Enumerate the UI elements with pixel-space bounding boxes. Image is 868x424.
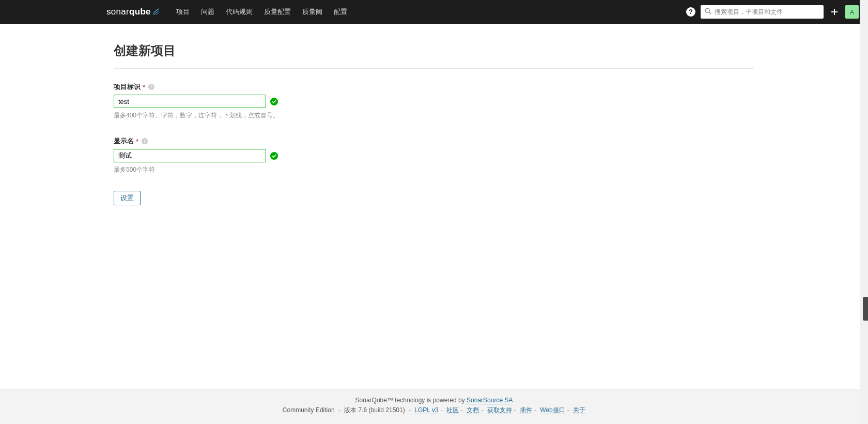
field-display-name: 显示名* ? 最多500个字符 <box>114 137 754 174</box>
display-name-label-text: 显示名 <box>114 137 134 146</box>
footer-link-community[interactable]: 社区 <box>446 406 459 414</box>
help-hint-icon[interactable]: ? <box>142 138 148 144</box>
create-button[interactable] <box>829 6 840 18</box>
global-search[interactable] <box>701 5 824 19</box>
sonarqube-logo[interactable]: sonarqube <box>106 7 160 17</box>
footer-version: 版本 7.6 (build 21501) <box>344 406 405 414</box>
footer-link-webapi[interactable]: Web接口 <box>540 406 565 414</box>
search-input[interactable] <box>715 8 819 16</box>
side-gadget[interactable] <box>863 297 868 321</box>
primary-menu: 项目 问题 代码规则 质量配置 质量阈 配置 <box>171 0 353 24</box>
required-marker: * <box>143 83 145 91</box>
footer-link-about[interactable]: 关于 <box>573 406 585 414</box>
svg-point-0 <box>705 8 709 12</box>
search-icon <box>705 8 711 16</box>
scrollbar[interactable] <box>860 0 868 424</box>
footer-powered-text: SonarQube™ technology is powered by <box>355 397 467 404</box>
display-name-help: 最多500个字符 <box>114 165 754 174</box>
logo-prefix: sonar <box>106 7 129 17</box>
help-icon[interactable]: ? <box>686 7 695 17</box>
main-navbar: sonarqube 项目 问题 代码规则 质量配置 质量阈 配置 ? A <box>0 0 868 24</box>
valid-check-icon <box>270 98 278 105</box>
footer-link-license[interactable]: LGPL v3 <box>414 406 438 414</box>
project-key-input[interactable] <box>114 95 266 108</box>
nav-issues[interactable]: 问题 <box>195 0 220 24</box>
page-title: 创建新项目 <box>114 42 754 59</box>
display-name-label: 显示名* ? <box>114 137 754 146</box>
valid-check-icon <box>270 152 278 160</box>
footer-sep: - <box>338 406 340 414</box>
footer-link-support[interactable]: 获取支持 <box>487 406 512 414</box>
svg-line-1 <box>709 12 711 14</box>
help-hint-icon[interactable]: ? <box>148 84 154 90</box>
nav-rules[interactable]: 代码规则 <box>220 0 258 24</box>
setup-button[interactable]: 设置 <box>114 191 141 205</box>
logo-suffix: qube <box>129 7 151 17</box>
footer-edition: Community Edition <box>283 406 335 414</box>
footer-link-docs[interactable]: 文档 <box>467 406 479 414</box>
nav-projects[interactable]: 项目 <box>171 0 195 24</box>
footer-sonarsource-link[interactable]: SonarSource SA <box>467 397 513 404</box>
project-key-help: 最多400个字符。字符，数字，连字符，下划线，点或冒号。 <box>114 111 754 120</box>
nav-quality-profiles[interactable]: 质量配置 <box>258 0 297 24</box>
project-key-label: 项目标识* ? <box>114 82 754 92</box>
footer-sep: - <box>409 406 411 414</box>
required-marker: * <box>136 138 138 145</box>
footer-link-plugins[interactable]: 插件 <box>520 406 532 414</box>
page-divider <box>114 68 754 69</box>
nav-quality-gates[interactable]: 质量阈 <box>297 0 328 24</box>
display-name-input[interactable] <box>114 149 266 162</box>
project-key-label-text: 项目标识 <box>114 82 141 92</box>
logo-wave-icon <box>152 8 160 16</box>
footer: SonarQube™ technology is powered by Sona… <box>0 389 868 424</box>
nav-admin[interactable]: 配置 <box>328 0 353 24</box>
field-project-key: 项目标识* ? 最多400个字符。字符，数字，连字符，下划线，点或冒号。 <box>114 82 754 120</box>
user-avatar[interactable]: A <box>845 5 859 19</box>
create-project-page: 创建新项目 项目标识* ? 最多400个字符。字符，数字，连字符，下划线，点或冒… <box>114 24 754 389</box>
